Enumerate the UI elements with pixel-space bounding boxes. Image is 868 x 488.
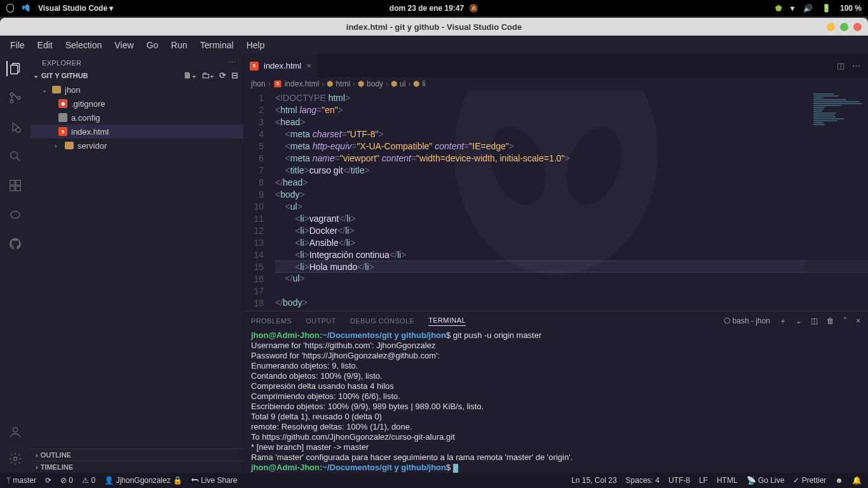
eol-indicator[interactable]: LF (699, 476, 708, 485)
tree-file-aconfig[interactable]: a.config (31, 111, 243, 125)
breadcrumb-item[interactable]: html (336, 79, 350, 88)
svg-point-11 (13, 428, 17, 432)
file-tree: ⌄ jhon ◆ .gitignore a.config 5 index.htm… (31, 81, 243, 449)
shield-icon[interactable]: ⬟ (775, 4, 782, 13)
battery-icon[interactable]: 🔋 (822, 4, 831, 13)
menu-go[interactable]: Go (141, 38, 163, 52)
panel-tab-terminal[interactable]: TERMINAL (428, 316, 466, 326)
warnings-count[interactable]: ⚠ 0 (82, 476, 95, 485)
menu-help[interactable]: Help (241, 38, 270, 52)
menu-file[interactable]: File (5, 38, 30, 52)
status-user[interactable]: 👤 JjhonGgonzalez 🔒 (104, 476, 182, 485)
html-icon: 5 (274, 80, 281, 87)
panel-tab-output[interactable]: OUTPUT (306, 317, 336, 325)
project-header[interactable]: ⌄ GIT Y GITHUB 🗎₊ 🗀₊ ⟳ ⊟ (31, 69, 243, 81)
encoding-indicator[interactable]: UTF-8 (668, 476, 690, 485)
panel-tab-problems[interactable]: PROBLEMS (251, 317, 292, 325)
panel-tab-debug[interactable]: DEBUG CONSOLE (350, 317, 414, 325)
menubar: File Edit Selection View Go Run Terminal… (0, 36, 868, 55)
breadcrumb[interactable]: jhon› 5 index.html› ⬢html› ⬢body› ⬢ul› ⬢… (243, 77, 868, 91)
close-button[interactable] (853, 23, 862, 31)
explorer-icon[interactable] (6, 61, 23, 76)
remote-icon[interactable] (8, 207, 23, 222)
split-editor-icon[interactable]: ◫ (837, 61, 844, 71)
menu-edit[interactable]: Edit (32, 38, 58, 52)
editor-area: 5 index.html × ◫ ⋯ jhon› 5 index.html› ⬢… (243, 55, 868, 473)
errors-count[interactable]: ⊘ 0 (60, 476, 73, 485)
kill-terminal-icon[interactable]: 🗑 (827, 316, 834, 325)
minimize-button[interactable] (827, 23, 835, 31)
search-icon[interactable] (8, 149, 23, 164)
alienware-icon[interactable] (6, 4, 14, 13)
maximize-panel-icon[interactable]: ˄ (843, 316, 847, 325)
tab-index-html[interactable]: 5 index.html × (243, 55, 318, 77)
sync-icon[interactable]: ⟳ (45, 476, 51, 485)
prettier-indicator[interactable]: ✓ Prettier (793, 476, 826, 485)
app-menu-label[interactable]: Visual Studio Code ▾ (38, 4, 113, 13)
folder-icon (65, 142, 74, 149)
indent-indicator[interactable]: Spaces: 4 (626, 476, 660, 485)
breadcrumb-item[interactable]: ul (400, 79, 405, 88)
vscode-icon[interactable] (22, 4, 31, 13)
tree-file-index[interactable]: 5 index.html (31, 125, 243, 139)
menu-selection[interactable]: Selection (60, 38, 107, 52)
branch-indicator[interactable]: ᛘ master (6, 476, 36, 485)
svg-point-2 (10, 93, 13, 96)
minimap[interactable] (804, 91, 868, 311)
code-editor[interactable]: 123 456 789 101112 131415 161718 <!DOCTY… (243, 91, 868, 311)
project-name: GIT Y GITHUB (41, 72, 88, 79)
scm-icon[interactable] (8, 90, 23, 105)
go-live-button[interactable]: 📡 Go Live (747, 476, 785, 485)
dnd-icon[interactable]: 🔕 (469, 4, 478, 13)
menu-run[interactable]: Run (166, 38, 193, 52)
settings-icon[interactable] (8, 451, 23, 466)
tree-file-gitignore[interactable]: ◆ .gitignore (31, 97, 243, 111)
svg-rect-1 (11, 65, 18, 74)
extensions-icon[interactable] (8, 178, 23, 193)
tree-folder-jhon[interactable]: ⌄ jhon (31, 83, 243, 97)
breadcrumb-item[interactable]: index.html (285, 79, 320, 88)
bell-icon[interactable]: 🔔 (852, 476, 862, 485)
timeline-section[interactable]: › TIMELINE (31, 461, 243, 473)
cursor-position[interactable]: Ln 15, Col 23 (571, 476, 616, 485)
tab-label: index.html (264, 61, 301, 71)
clock[interactable]: dom 23 de ene 19:47 (390, 4, 464, 13)
new-terminal-icon[interactable]: ＋ (779, 316, 787, 327)
language-indicator[interactable]: HTML (717, 476, 738, 485)
new-folder-icon[interactable]: 🗀₊ (201, 71, 214, 80)
wifi-icon[interactable]: ▾ (790, 4, 794, 13)
breadcrumb-item[interactable]: li (422, 79, 425, 88)
activity-bar (0, 55, 31, 473)
maximize-button[interactable] (840, 23, 848, 31)
breadcrumb-item[interactable]: jhon (251, 79, 266, 88)
status-bar: ᛘ master ⟳ ⊘ 0 ⚠ 0 👤 JjhonGgonzalez 🔒 ⮪ … (0, 473, 868, 488)
close-panel-icon[interactable]: × (856, 316, 860, 325)
terminal-output[interactable]: jhon@Admi-Jhon:~/Documentos/git y github… (243, 330, 868, 473)
breadcrumb-item[interactable]: body (367, 79, 383, 88)
terminal-dropdown-icon[interactable]: ⌄ (796, 316, 802, 325)
tree-folder-servidor[interactable]: › servidor (31, 139, 243, 152)
menu-view[interactable]: View (109, 38, 139, 52)
feedback-icon[interactable]: ☻ (835, 476, 843, 485)
tree-label: servidor (78, 141, 107, 151)
live-share[interactable]: ⮪ Live Share (191, 476, 238, 485)
run-debug-icon[interactable] (8, 119, 23, 135)
outline-label: OUTLINE (41, 451, 71, 459)
terminal-cursor (453, 464, 458, 473)
github-icon[interactable] (8, 236, 23, 252)
new-file-icon[interactable]: 🗎₊ (184, 71, 196, 80)
terminal-shell-label[interactable]: ⎔ bash - jhon (724, 316, 770, 325)
refresh-icon[interactable]: ⟳ (219, 71, 226, 80)
svg-point-5 (16, 128, 20, 132)
account-icon[interactable] (8, 424, 23, 440)
close-tab-icon[interactable]: × (306, 61, 311, 71)
editor-more-icon[interactable]: ⋯ (852, 61, 860, 71)
collapse-icon[interactable]: ⊟ (231, 71, 238, 80)
volume-icon[interactable]: 🔊 (803, 4, 813, 13)
outline-section[interactable]: › OUTLINE (31, 449, 243, 461)
menu-terminal[interactable]: Terminal (195, 38, 239, 52)
split-terminal-icon[interactable]: ◫ (811, 316, 818, 325)
chevron-down-icon: ⌄ (42, 86, 48, 93)
explorer-more-icon[interactable]: ⋯ (229, 58, 236, 67)
code-content[interactable]: <!DOCTYPE html> <html lang="en"> <head> … (275, 91, 868, 311)
